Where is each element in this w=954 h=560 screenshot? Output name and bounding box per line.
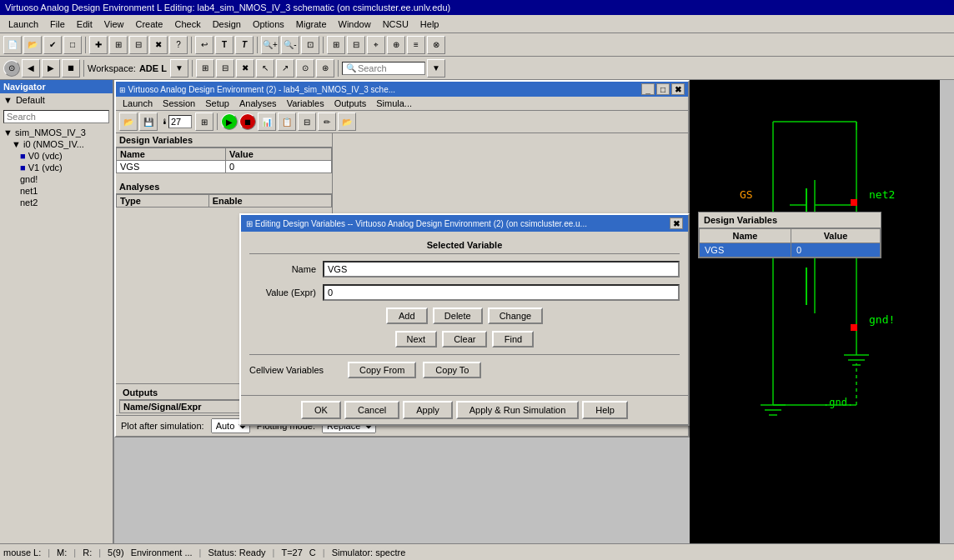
- ade-tb-btn8[interactable]: ⊟: [298, 112, 316, 131]
- tb-zoom-in[interactable]: 🔍+: [261, 36, 279, 54]
- ade-tb-btn9[interactable]: ✏: [318, 112, 336, 131]
- tb2-btn10[interactable]: ⊙: [296, 59, 314, 78]
- toolbar-sep-1: [85, 37, 86, 53]
- menu-help[interactable]: Help: [415, 18, 444, 31]
- nav-tree-item-0[interactable]: ▼ sim_NMOS_IV_3: [0, 127, 113, 138]
- menu-view[interactable]: View: [99, 18, 129, 31]
- name-input[interactable]: [323, 261, 680, 278]
- ade-tb-open[interactable]: 📂: [119, 112, 138, 131]
- ade-close[interactable]: ✖: [671, 83, 685, 95]
- tb2-btn7[interactable]: ✖: [236, 59, 254, 78]
- tb2-btn8[interactable]: ↖: [256, 59, 274, 78]
- tb-btn17[interactable]: ⊟: [347, 36, 365, 54]
- tb-zoom-fit[interactable]: ⊡: [301, 36, 319, 54]
- tb-btn5[interactable]: ✚: [89, 36, 108, 54]
- tb2-btn4[interactable]: ⏹: [62, 59, 80, 78]
- cancel-button[interactable]: Cancel: [344, 401, 399, 419]
- tb2-btn11[interactable]: ⊛: [316, 59, 334, 78]
- tb-btn18[interactable]: ⌖: [367, 36, 385, 54]
- value-input[interactable]: [323, 284, 680, 301]
- ade-tb-stop[interactable]: ⏹: [239, 113, 256, 130]
- ade-menu-session[interactable]: Session: [159, 98, 198, 109]
- menu-edit[interactable]: Edit: [72, 18, 98, 31]
- nav-tree-item-5[interactable]: net1: [0, 185, 113, 197]
- apply-run-simulation-button[interactable]: Apply & Run Simulation: [456, 401, 580, 419]
- tree-label-3: V1 (vdc): [28, 162, 63, 172]
- tb-btn7[interactable]: ⊟: [129, 36, 148, 54]
- ade-tb-btn10[interactable]: 📂: [338, 112, 356, 131]
- tb-save[interactable]: ✔: [43, 36, 62, 54]
- dialog-close-btn[interactable]: ✖: [670, 218, 683, 229]
- ade-menu-outputs[interactable]: Outputs: [331, 98, 370, 109]
- workspace-dropdown[interactable]: ▼: [170, 59, 188, 78]
- tb-bold[interactable]: T: [235, 36, 254, 54]
- ade-title-icon: ⊞: [119, 86, 128, 94]
- delete-button[interactable]: Delete: [433, 308, 483, 324]
- tb-redo[interactable]: T: [215, 36, 233, 54]
- menu-file[interactable]: File: [45, 18, 70, 31]
- tb-open[interactable]: 📂: [23, 36, 42, 54]
- tb-check[interactable]: □: [63, 36, 82, 54]
- copy-from-button[interactable]: Copy From: [348, 362, 416, 378]
- find-button[interactable]: Find: [492, 331, 534, 348]
- ade-menu-launch[interactable]: Launch: [119, 98, 156, 109]
- search-input[interactable]: [358, 63, 424, 73]
- status-divider-2: |: [73, 548, 76, 558]
- ok-button[interactable]: OK: [301, 401, 341, 419]
- tb-zoom-out[interactable]: 🔍-: [281, 36, 299, 54]
- nav-tree-item-2[interactable]: ■ V0 (vdc): [0, 150, 113, 162]
- tb-undo[interactable]: ↩: [195, 36, 213, 54]
- tb2-btn5[interactable]: ⊞: [196, 59, 214, 78]
- menu-create[interactable]: Create: [130, 18, 168, 31]
- ade-minimize[interactable]: _: [641, 83, 655, 95]
- ade-menu-analyses[interactable]: Analyses: [236, 98, 280, 109]
- tb2-btn1[interactable]: ⊙: [3, 60, 20, 77]
- menu-options[interactable]: Options: [248, 18, 289, 31]
- ade-tb-btn7[interactable]: 📋: [278, 112, 296, 131]
- app-title: Virtuoso Analog Design Environment L Edi…: [5, 2, 450, 12]
- tb-btn8[interactable]: ✖: [149, 36, 168, 54]
- nav-tree-item-4[interactable]: gnd!: [0, 173, 113, 185]
- value-row: Value (Expr): [249, 284, 680, 301]
- nav-tree-item-6[interactable]: net2: [0, 197, 113, 208]
- navigator-search[interactable]: [3, 110, 109, 123]
- dv-value-cell: 0: [226, 161, 332, 173]
- temp-input[interactable]: [168, 115, 192, 128]
- apply-button[interactable]: Apply: [403, 401, 453, 419]
- tb-btn6[interactable]: ⊞: [109, 36, 128, 54]
- tb2-btn9[interactable]: ↗: [276, 59, 294, 78]
- menu-launch[interactable]: Launch: [3, 18, 43, 31]
- menu-design[interactable]: Design: [208, 18, 246, 31]
- tb-new[interactable]: 📄: [3, 36, 22, 54]
- tb2-btn6[interactable]: ⊟: [216, 59, 234, 78]
- ade-menu-setup[interactable]: Setup: [202, 98, 233, 109]
- copy-to-button[interactable]: Copy To: [423, 362, 481, 378]
- ade-tb-run[interactable]: ▶: [221, 113, 238, 130]
- add-button[interactable]: Add: [386, 308, 428, 324]
- tb-btn20[interactable]: ≡: [407, 36, 425, 54]
- tb-btn9[interactable]: ?: [169, 36, 188, 54]
- next-button[interactable]: Next: [395, 331, 438, 348]
- tb-btn16[interactable]: ⊞: [327, 36, 345, 54]
- tb2-btn2[interactable]: ◀: [22, 59, 40, 78]
- ade-tb-save[interactable]: 💾: [139, 112, 158, 131]
- menu-ncsu[interactable]: NCSU: [378, 18, 414, 31]
- ade-menu-simula[interactable]: Simula...: [373, 98, 415, 109]
- ade-tb-btn3[interactable]: ⊞: [195, 112, 213, 131]
- clear-button[interactable]: Clear: [442, 331, 487, 348]
- nav-tree-item-3[interactable]: ■ V1 (vdc): [0, 162, 113, 173]
- ade-menu-variables[interactable]: Variables: [284, 98, 328, 109]
- nav-tree-item-1[interactable]: ▼ i0 (NMOS_IV...: [0, 138, 113, 150]
- tb-btn21[interactable]: ⊗: [427, 36, 445, 54]
- tb-btn19[interactable]: ⊕: [387, 36, 405, 54]
- status-c: C: [309, 548, 316, 558]
- tb2-btn3[interactable]: ▶: [42, 59, 60, 78]
- menu-check[interactable]: Check: [169, 18, 205, 31]
- menu-window[interactable]: Window: [334, 18, 376, 31]
- search-dropdown[interactable]: ▼: [427, 59, 445, 78]
- help-button[interactable]: Help: [582, 401, 628, 419]
- menu-migrate[interactable]: Migrate: [291, 18, 332, 31]
- ade-maximize[interactable]: □: [656, 83, 670, 95]
- change-button[interactable]: Change: [488, 308, 544, 324]
- ade-tb-btn6[interactable]: 📊: [258, 112, 276, 131]
